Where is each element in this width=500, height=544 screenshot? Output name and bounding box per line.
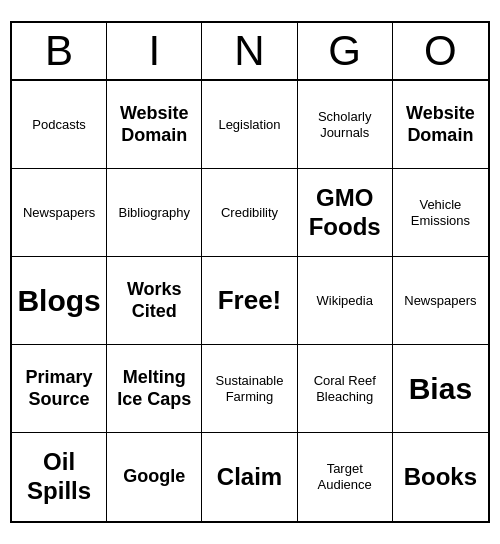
bingo-cell[interactable]: Bias: [393, 345, 488, 433]
bingo-cell[interactable]: Melting Ice Caps: [107, 345, 202, 433]
bingo-cell[interactable]: Google: [107, 433, 202, 521]
bingo-cell[interactable]: Coral Reef Bleaching: [298, 345, 393, 433]
header-letter: O: [393, 23, 488, 79]
bingo-cell[interactable]: Website Domain: [107, 81, 202, 169]
bingo-cell[interactable]: Claim: [202, 433, 297, 521]
bingo-cell[interactable]: Newspapers: [393, 257, 488, 345]
bingo-cell[interactable]: Podcasts: [12, 81, 107, 169]
bingo-cell[interactable]: Sustainable Farming: [202, 345, 297, 433]
bingo-cell[interactable]: Blogs: [12, 257, 107, 345]
bingo-grid: PodcastsWebsite DomainLegislationScholar…: [12, 81, 488, 521]
bingo-cell[interactable]: Credibility: [202, 169, 297, 257]
bingo-cell[interactable]: Website Domain: [393, 81, 488, 169]
bingo-cell[interactable]: Oil Spills: [12, 433, 107, 521]
bingo-cell[interactable]: Works Cited: [107, 257, 202, 345]
bingo-cell[interactable]: Vehicle Emissions: [393, 169, 488, 257]
header-letter: N: [202, 23, 297, 79]
bingo-cell[interactable]: Target Audience: [298, 433, 393, 521]
bingo-cell[interactable]: Wikipedia: [298, 257, 393, 345]
bingo-cell[interactable]: Scholarly Journals: [298, 81, 393, 169]
header-letter: G: [298, 23, 393, 79]
bingo-cell[interactable]: Bibliography: [107, 169, 202, 257]
bingo-card: BINGO PodcastsWebsite DomainLegislationS…: [10, 21, 490, 523]
bingo-cell[interactable]: Books: [393, 433, 488, 521]
header-letter: I: [107, 23, 202, 79]
bingo-header: BINGO: [12, 23, 488, 81]
bingo-cell[interactable]: Free!: [202, 257, 297, 345]
bingo-cell[interactable]: Newspapers: [12, 169, 107, 257]
bingo-cell[interactable]: GMO Foods: [298, 169, 393, 257]
bingo-cell[interactable]: Legislation: [202, 81, 297, 169]
bingo-cell[interactable]: Primary Source: [12, 345, 107, 433]
header-letter: B: [12, 23, 107, 79]
